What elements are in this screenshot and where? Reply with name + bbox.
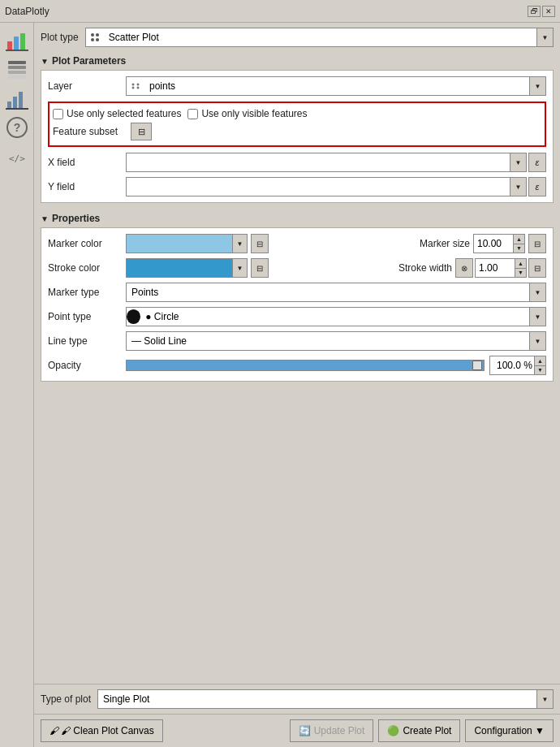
marker-color-dropdown-btn[interactable]: ▼	[232, 235, 247, 253]
opacity-label: Opacity	[48, 360, 121, 371]
svg-point-20	[137, 84, 140, 86]
layer-arrow-icon: ▼	[529, 77, 545, 95]
stroke-color-copy-button[interactable]: ⊟	[251, 258, 269, 278]
configuration-label: Configuration ▼	[474, 725, 545, 736]
opacity-up-button[interactable]: ▲	[535, 356, 545, 366]
props-arrow-icon: ▼	[41, 214, 49, 223]
update-plot-label: Update Plot	[314, 725, 365, 736]
x-field-epsilon-button[interactable]: ε	[528, 153, 546, 172]
marker-size-input[interactable]	[474, 235, 513, 253]
svg-rect-4	[8, 61, 26, 64]
y-field-dropdown[interactable]	[127, 178, 526, 196]
point-type-select[interactable]: ● Circle ■ Square ▲ Triangle ▼	[126, 307, 546, 326]
close-button[interactable]: ✕	[542, 6, 555, 17]
layer-label: Layer	[48, 80, 121, 92]
point-type-label: Point type	[48, 311, 121, 322]
opacity-spinbox[interactable]: ▲ ▼	[489, 356, 546, 375]
x-field-dropdown[interactable]	[127, 153, 526, 171]
stroke-width-label: Stroke width	[398, 262, 452, 274]
code-icon[interactable]: </>	[3, 143, 31, 171]
plot-parameters-header[interactable]: ▼ Plot Parameters	[37, 52, 557, 70]
svg-rect-9	[13, 97, 17, 108]
marker-size-down-button[interactable]: ▼	[514, 244, 524, 253]
line-type-label: Line type	[48, 335, 121, 347]
svg-rect-10	[19, 92, 23, 108]
use-visible-checkbox[interactable]	[187, 109, 198, 119]
use-selected-checkbox[interactable]	[53, 109, 63, 119]
opacity-slider-thumb	[472, 361, 482, 370]
properties-form: Marker color ▼ ⊟ Marker size	[41, 227, 554, 382]
type-of-plot-dropdown[interactable]: Single Plot SubPlots	[98, 690, 553, 708]
svg-rect-6	[8, 71, 26, 74]
stroke-width-copy-button[interactable]: ⊟	[528, 258, 546, 278]
opacity-arrows: ▲ ▼	[534, 356, 545, 374]
stroke-width-spinbox[interactable]: ▲ ▼	[475, 258, 527, 278]
marker-type-dropdown[interactable]: Points Lines Markers and Lines	[127, 283, 545, 301]
stroke-width-input[interactable]	[476, 259, 515, 277]
stroke-width-down-button[interactable]: ▼	[515, 269, 526, 278]
type-of-plot-select[interactable]: Single Plot SubPlots ▼	[97, 689, 554, 709]
y-field-select[interactable]: ▼	[126, 177, 527, 196]
x-field-select[interactable]: ▼	[126, 153, 527, 172]
line-type-dropdown[interactable]: — Solid Line -- Dashed ... Dotted	[127, 332, 545, 350]
marker-color-swatch-container[interactable]: ▼	[126, 234, 248, 253]
stroke-color-dropdown-btn[interactable]: ▼	[232, 259, 247, 277]
opacity-slider[interactable]	[126, 360, 485, 371]
stroke-width-clear-button[interactable]: ⊗	[455, 258, 473, 278]
feature-filter-box: Use only selected features Use only visi…	[48, 101, 546, 147]
use-visible-label: Use only visible features	[201, 108, 307, 119]
properties-header[interactable]: ▼ Properties	[37, 209, 557, 227]
marker-size-spinbox[interactable]: ▲ ▼	[473, 234, 525, 253]
clean-plot-icon: 🖌	[50, 725, 59, 736]
stroke-color-group: ▼ ⊟	[126, 258, 269, 278]
plot-type-dropdown[interactable]: Scatter Plot Bar Plot Line Plot	[104, 28, 553, 46]
point-type-arrow-icon: ▼	[529, 308, 545, 326]
dataplotly-logo-icon[interactable]	[3, 26, 31, 54]
svg-rect-2	[20, 33, 25, 50]
marker-size-copy-button[interactable]: ⊟	[528, 234, 546, 253]
svg-point-17	[91, 38, 94, 41]
marker-size-up-button[interactable]: ▲	[514, 235, 524, 244]
layer-dropdown[interactable]: points	[144, 77, 545, 95]
svg-rect-11	[6, 108, 28, 110]
marker-type-arrow-icon: ▼	[529, 283, 545, 301]
chart-bar-icon[interactable]	[3, 84, 31, 112]
svg-text:?: ?	[13, 121, 20, 134]
plot-type-select[interactable]: Scatter Plot Bar Plot Line Plot ▼	[85, 28, 554, 47]
y-field-row: Y field ▼ ε	[41, 175, 553, 199]
layers-icon[interactable]	[3, 55, 31, 83]
layer-select[interactable]: points ▼	[126, 76, 546, 96]
marker-color-copy-button[interactable]: ⊟	[251, 234, 269, 253]
svg-point-15	[91, 33, 94, 37]
plot-type-row: Plot type Scatter Plot Bar Plot Line Plo…	[34, 23, 560, 52]
app-title: DataPlotly	[5, 6, 50, 17]
type-of-plot-arrow-icon: ▼	[536, 690, 553, 708]
stroke-color-row: Stroke color ▼ ⊟ Stroke width ⊗	[41, 256, 553, 280]
svg-text:</>: </>	[9, 153, 25, 164]
stroke-width-up-button[interactable]: ▲	[515, 259, 526, 269]
update-plot-button[interactable]: 🔄 Update Plot	[290, 719, 374, 742]
plot-parameters-label: Plot Parameters	[52, 55, 126, 67]
line-type-select[interactable]: — Solid Line -- Dashed ... Dotted ▼	[126, 331, 546, 351]
create-plot-button[interactable]: 🟢 Create Plot	[378, 719, 460, 742]
y-field-epsilon-button[interactable]: ε	[528, 177, 546, 196]
point-type-dropdown[interactable]: ● Circle ■ Square ▲ Triangle	[144, 308, 545, 326]
stroke-color-label: Stroke color	[48, 262, 121, 274]
plot-params-form: Layer points ▼	[41, 70, 554, 203]
plot-type-label: Plot type	[41, 32, 79, 43]
use-selected-label: Use only selected features	[67, 108, 181, 119]
plot-params-arrow-icon: ▼	[41, 57, 49, 66]
help-icon[interactable]: ?	[3, 114, 31, 141]
opacity-down-button[interactable]: ▼	[535, 366, 545, 375]
restore-button[interactable]: 🗗	[528, 6, 541, 17]
clean-plot-button[interactable]: 🖌 🖌 Clean Plot Canvas	[41, 719, 163, 742]
checkboxes-row: Use only selected features Use only visi…	[53, 106, 541, 121]
svg-rect-3	[6, 50, 28, 51]
feature-subset-button[interactable]: ⊟	[131, 123, 152, 140]
x-field-group: ▼ ε	[126, 153, 546, 172]
stroke-color-swatch-container[interactable]: ▼	[126, 258, 248, 278]
marker-type-select[interactable]: Points Lines Markers and Lines ▼	[126, 283, 546, 302]
configuration-button[interactable]: Configuration ▼	[465, 719, 554, 742]
svg-point-21	[132, 87, 135, 89]
opacity-input[interactable]	[490, 356, 534, 374]
